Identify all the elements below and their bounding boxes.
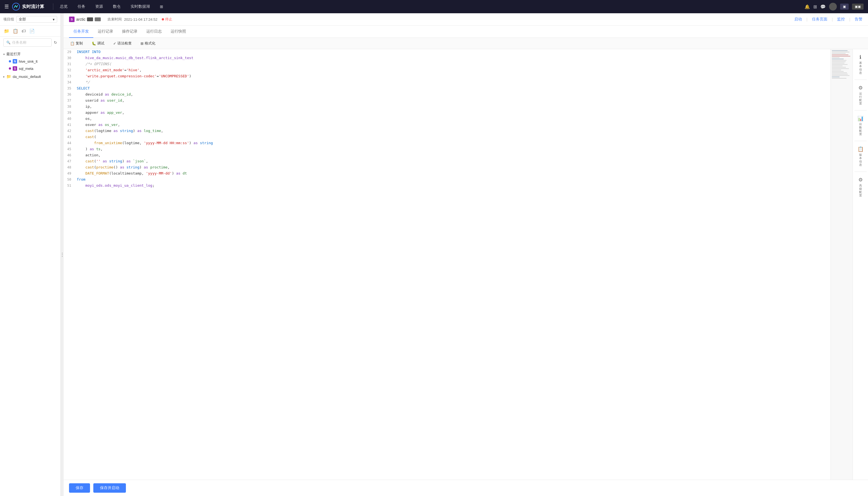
- task-quick-icons: [87, 17, 101, 21]
- debug-button[interactable]: 🐛 调试: [90, 40, 107, 47]
- code-line-49: 49 DATE_FORMAT(localtimestamp, 'yyyy-MM-…: [63, 171, 831, 177]
- nav-item-tasks[interactable]: 任务: [73, 2, 90, 11]
- task-status: 停止: [162, 17, 172, 22]
- code-line-44: 44 from_unixtime(logtime, 'yyyy-MM-dd HH…: [63, 140, 831, 146]
- copy-button[interactable]: 📋 复制: [68, 40, 85, 47]
- editor-wrapper: 📋 复制 🐛 调试 ✓ 语法检查 ⊞ 格式化: [63, 38, 868, 496]
- recent-label: 最近打开: [6, 52, 21, 57]
- nav-item-warehouse[interactable]: 数仓: [109, 2, 125, 11]
- nav-logo: 实时流计算: [12, 3, 44, 11]
- code-line-30: 30 hive_da_music.music_db_test.flink_arc…: [63, 55, 831, 61]
- sidebar-toolbar: 📁 📋 🏷 📄: [0, 26, 61, 37]
- da-music-arrow-icon: ▸: [3, 75, 5, 78]
- layout-icon[interactable]: ⊞: [813, 4, 817, 10]
- run-config-icon: ⚙: [858, 85, 863, 91]
- task-icon-2[interactable]: [95, 17, 101, 21]
- project-group-select[interactable]: 全部 ▾: [16, 16, 57, 22]
- copy-icon: 📋: [70, 42, 75, 46]
- right-panel-info[interactable]: ℹ 基本信息: [853, 51, 868, 77]
- syntax-icon: ✓: [113, 42, 116, 46]
- status-text: 停止: [165, 17, 172, 22]
- sql-meta-badge: S: [13, 66, 17, 71]
- data-config-label: 目数配置: [859, 123, 862, 136]
- code-editor[interactable]: 29 INSERT INTO 30 hive_da_music.music_db…: [63, 49, 831, 480]
- code-line-39: 39 appver as app_ver,: [63, 110, 831, 116]
- tag-icon[interactable]: 🏷: [21, 28, 27, 34]
- main-content: S arctic 吉束时间 2021-11-04 17:24:52 停止 启动 …: [63, 13, 868, 496]
- top-nav: ☰ 实时流计算 总览 任务 资源 数仓 实时数据湖 ⊞ 🔔 ⊞ 💬 ▣ ▣▣: [0, 0, 868, 13]
- minimap: [831, 49, 853, 480]
- notification-icon[interactable]: 🔔: [805, 4, 810, 10]
- tree-section-da-music-header[interactable]: ▸ 📁 da_music_default: [0, 73, 61, 80]
- data-config-icon: 📊: [857, 115, 864, 122]
- debug-icon: 🐛: [92, 42, 96, 46]
- user-btn2[interactable]: ▣▣: [852, 4, 864, 10]
- tree-item-hive-sink[interactable]: N hive_sink_lt: [0, 58, 61, 65]
- tab-run-log[interactable]: 运行日志: [142, 26, 166, 38]
- user-avatar[interactable]: [829, 3, 837, 11]
- logo-icon: [12, 3, 20, 11]
- info-icon: ℹ: [859, 54, 862, 60]
- version-icon: 📋: [857, 146, 864, 152]
- nav-item-datalake[interactable]: 实时数据湖: [126, 2, 154, 11]
- search-placeholder: 任务名称: [12, 40, 27, 45]
- save-button[interactable]: 保存: [69, 483, 90, 493]
- nav-item-resources[interactable]: 资源: [91, 2, 107, 11]
- sidebar: 项目组 全部 ▾ 📁 📋 🏷 📄 🔍 任务名称 ↻ ▾ 最近打开: [0, 13, 61, 496]
- right-panel-version[interactable]: 📋 版本信息: [853, 143, 868, 169]
- message-icon[interactable]: 💬: [820, 4, 826, 10]
- tree-item-sql-meta[interactable]: S sql_meta: [0, 65, 61, 72]
- copy-icon[interactable]: 📋: [12, 28, 19, 34]
- minimap-content: [831, 49, 853, 80]
- right-panel-data-config[interactable]: 📊 目数配置: [853, 113, 868, 139]
- panel-divider-2: [854, 110, 867, 110]
- tab-dev[interactable]: 任务开发: [69, 26, 93, 38]
- format-label: 格式化: [145, 41, 155, 46]
- tab-ops-records[interactable]: 操作记录: [117, 26, 142, 38]
- main-layout: 项目组 全部 ▾ 📁 📋 🏷 📄 🔍 任务名称 ↻ ▾ 最近打开: [0, 13, 868, 496]
- task-type-badge: S: [69, 17, 75, 22]
- hamburger-icon[interactable]: ☰: [4, 4, 9, 10]
- code-line-40: 40 os,: [63, 116, 831, 122]
- format-button[interactable]: ⊞ 格式化: [138, 40, 158, 47]
- nav-item-plus[interactable]: ⊞: [155, 3, 168, 11]
- resize-handle[interactable]: [61, 13, 63, 496]
- save-start-button[interactable]: 保存并启动: [93, 483, 126, 493]
- sidebar-tree: ▾ 最近打开 N hive_sink_lt S sql_meta ▸: [0, 48, 61, 496]
- syntax-check-button[interactable]: ✓ 语法检查: [111, 40, 134, 47]
- code-line-45: 45 ) as ts,: [63, 146, 831, 153]
- tab-run-snapshot[interactable]: 运行快照: [166, 26, 190, 38]
- user-btn1[interactable]: ▣: [840, 4, 849, 10]
- version-label: 版本信息: [859, 153, 862, 167]
- right-panel-run-config[interactable]: ⚙ 运行配置: [853, 82, 868, 108]
- code-line-43: 43 cast(: [63, 134, 831, 140]
- refresh-icon[interactable]: ↻: [54, 40, 57, 45]
- tab-run-records[interactable]: 运行记录: [93, 26, 117, 38]
- right-panel-advanced[interactable]: ⚙ 高级配置: [853, 174, 868, 200]
- nav-item-overview[interactable]: 总览: [56, 2, 72, 11]
- debug-label: 调试: [97, 41, 104, 46]
- action-task-page[interactable]: 任务页面: [812, 17, 827, 22]
- document-icon[interactable]: 📄: [29, 28, 35, 34]
- advanced-label: 高级配置: [859, 184, 862, 197]
- code-line-37: 37 userid as user_id,: [63, 98, 831, 104]
- folder-icon[interactable]: 📁: [3, 28, 10, 34]
- code-line-36: 36 deviceid as device_id,: [63, 92, 831, 98]
- sql-meta-dot: [9, 67, 11, 69]
- action-monitor[interactable]: 监控: [837, 17, 845, 22]
- action-alert[interactable]: 告警: [855, 17, 863, 22]
- task-time: 2021-11-04 17:24:52: [124, 17, 157, 21]
- editor-toolbar: 📋 复制 🐛 调试 ✓ 语法检查 ⊞ 格式化: [63, 38, 868, 49]
- tree-section-recent-header[interactable]: ▾ 最近打开: [0, 50, 61, 58]
- task-icon-1[interactable]: [87, 17, 93, 21]
- format-icon: ⊞: [141, 42, 144, 46]
- nav-right: 🔔 ⊞ 💬 ▣ ▣▣: [805, 3, 864, 11]
- task-header-actions: 启动 | 任务页面 | 监控 | 告警: [794, 17, 863, 22]
- hive-sink-dot: [9, 60, 11, 62]
- hive-sink-label: hive_sink_lt: [19, 59, 37, 63]
- sql-meta-label: sql_meta: [19, 66, 33, 71]
- tree-section-da-music: ▸ 📁 da_music_default: [0, 73, 61, 80]
- advanced-icon: ⚙: [858, 177, 863, 183]
- nav-items: 总览 任务 资源 数仓 实时数据湖 ⊞: [56, 2, 805, 11]
- action-start[interactable]: 启动: [794, 17, 802, 22]
